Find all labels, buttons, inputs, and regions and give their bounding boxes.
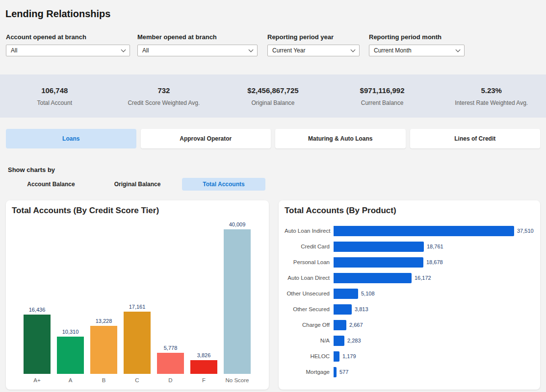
- bar[interactable]: [157, 353, 184, 374]
- bar-row: Personal Loan18,678: [285, 254, 534, 270]
- kpi-original-balance: $2,456,867,725 Original Balance: [218, 86, 328, 106]
- x-axis-label: D: [168, 377, 172, 383]
- member-opened-branch-dropdown[interactable]: All: [137, 45, 258, 56]
- bar-track: 37,510: [334, 226, 534, 236]
- dropdown-value: Current Year: [272, 47, 305, 54]
- bar-value-label: 37,510: [517, 228, 534, 234]
- tab-approval-operator[interactable]: Approval Operator: [141, 129, 271, 148]
- bar[interactable]: [124, 312, 151, 374]
- kpi-value: $971,116,992: [328, 86, 437, 95]
- column-bar-group: 10,310A: [57, 219, 84, 383]
- bar-value-label: 40,009: [229, 221, 246, 227]
- bar-value-label: 3,826: [197, 352, 211, 358]
- reporting-period-month-dropdown[interactable]: Current Month: [369, 45, 465, 56]
- tab-lines-of-credit[interactable]: Lines of Credit: [410, 129, 541, 148]
- lending-relationships-dashboard: Lending Relationships Account opened at …: [0, 0, 546, 390]
- bar[interactable]: [334, 289, 358, 299]
- x-axis-label: No Score: [226, 377, 249, 383]
- bar[interactable]: [334, 273, 412, 283]
- product-chart-card: Total Accounts (By Product) Auto Loan In…: [279, 200, 540, 390]
- bar[interactable]: [334, 257, 423, 268]
- bar[interactable]: [334, 304, 352, 315]
- option-original-balance[interactable]: Original Balance: [96, 178, 179, 191]
- tab-maturing-auto-loans[interactable]: Maturing & Auto Loans: [275, 129, 406, 148]
- bar[interactable]: [334, 336, 344, 346]
- credit-score-tier-chart-card: Total Accounts (By Credit Score Tier) 16…: [6, 200, 269, 390]
- kpi-label: Total Account: [0, 99, 109, 106]
- bar-stack: 5,778: [157, 219, 184, 374]
- filter-label: Reporting period year: [267, 33, 360, 41]
- bar-track: 5,108: [334, 289, 534, 299]
- bar-row: Credit Card18,761: [285, 239, 534, 254]
- account-opened-branch-dropdown[interactable]: All: [6, 45, 130, 56]
- bar-row: Mortgage577: [285, 364, 534, 380]
- bar-track: 2,667: [334, 320, 534, 330]
- y-axis-label: Other Secured: [285, 306, 334, 312]
- bar-track: 3,813: [334, 304, 534, 315]
- bar-row: Other Unsecured5,108: [285, 286, 534, 301]
- bar[interactable]: [334, 226, 514, 236]
- kpi-total-account: 106,748 Total Account: [0, 86, 109, 106]
- kpi-label: Credit Score Weighted Avg.: [109, 99, 219, 106]
- bar-value-label: 1,179: [342, 353, 356, 359]
- chevron-down-icon: [456, 48, 461, 52]
- bar-track: 577: [334, 367, 534, 377]
- bar[interactable]: [334, 320, 346, 330]
- bar-stack: 13,228: [90, 219, 117, 374]
- bar[interactable]: [334, 367, 337, 377]
- column-bar-group: 17,161C: [124, 219, 151, 383]
- x-axis-label: F: [202, 377, 206, 383]
- y-axis-label: HELOC: [285, 353, 334, 359]
- x-axis-label: B: [102, 377, 106, 383]
- option-account-balance[interactable]: Account Balance: [9, 178, 93, 191]
- x-axis-label: C: [135, 377, 139, 383]
- bar-track: 18,761: [334, 242, 534, 252]
- column-bar-group: 5,778D: [157, 219, 184, 383]
- y-axis-label: N/A: [285, 338, 334, 343]
- charts-row: Total Accounts (By Credit Score Tier) 16…: [0, 200, 546, 390]
- tab-loans[interactable]: Loans: [6, 129, 136, 148]
- y-axis-label: Auto Loan Indirect: [285, 228, 334, 234]
- option-total-accounts[interactable]: Total Accounts: [182, 178, 265, 191]
- bar[interactable]: [334, 242, 424, 252]
- bar-stack: 3,826: [190, 219, 217, 374]
- bar-value-label: 18,678: [426, 259, 443, 265]
- chart-title: Total Accounts (By Credit Score Tier): [12, 205, 263, 216]
- column-bar-group: 40,009No Score: [224, 219, 251, 383]
- section-tabs: Loans Approval Operator Maturing & Auto …: [0, 129, 546, 148]
- bar-value-label: 10,310: [62, 329, 79, 335]
- column-bar-group: 3,826F: [190, 219, 217, 383]
- bar-track: 16,172: [334, 273, 534, 283]
- bar[interactable]: [334, 351, 339, 362]
- kpi-label: Current Balance: [328, 99, 437, 106]
- kpi-label: Original Balance: [218, 99, 328, 106]
- y-axis-label: Other Unsecured: [285, 291, 334, 296]
- bar-row: Auto Loan Indirect37,510: [285, 223, 534, 239]
- kpi-strip: 106,748 Total Account 732 Credit Score W…: [0, 74, 546, 118]
- bar-track: 1,179: [334, 351, 534, 362]
- bar-value-label: 18,761: [427, 244, 443, 249]
- y-axis-label: Credit Card: [285, 244, 334, 249]
- kpi-interest-rate-weighted-avg: 5.23% Interest Rate Weighted Avg.: [437, 86, 546, 106]
- chart-title: Total Accounts (By Product): [285, 205, 534, 216]
- filter-label: Member opened at branch: [137, 33, 258, 41]
- show-charts-by-section: Show charts by Account Balance Original …: [0, 166, 546, 191]
- filter-member-opened-at-branch: Member opened at branch All: [137, 33, 258, 56]
- filter-label: Reporting period month: [369, 33, 465, 41]
- bar-row: Other Secured3,813: [285, 301, 534, 317]
- bar-value-label: 2,283: [347, 338, 361, 343]
- bar[interactable]: [190, 360, 217, 374]
- bar[interactable]: [90, 326, 117, 374]
- column-chart: 16,436A+10,310A13,228B17,161C5,778D3,826…: [12, 219, 263, 383]
- bar[interactable]: [224, 229, 251, 374]
- kpi-current-balance: $971,116,992 Current Balance: [328, 86, 437, 106]
- bar-track: 18,678: [334, 257, 534, 268]
- bar-row: HELOC1,179: [285, 348, 534, 364]
- bar-value-label: 577: [339, 369, 348, 375]
- bar[interactable]: [57, 337, 84, 374]
- bar[interactable]: [24, 315, 51, 374]
- kpi-value: 106,748: [0, 86, 109, 95]
- filter-reporting-period-year: Reporting period year Current Year: [267, 33, 360, 56]
- show-charts-by-options: Account Balance Original Balance Total A…: [8, 178, 546, 191]
- reporting-period-year-dropdown[interactable]: Current Year: [267, 45, 360, 56]
